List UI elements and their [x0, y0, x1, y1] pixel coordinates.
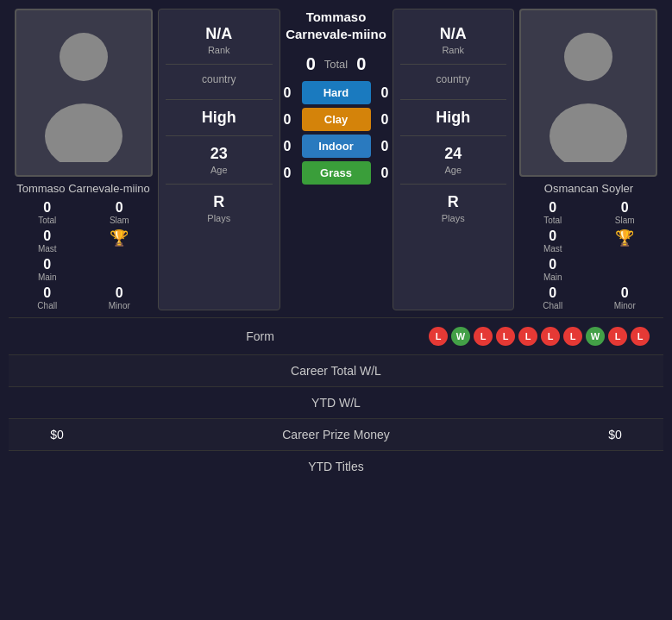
grass-row: 0 Grass 0: [280, 161, 393, 185]
right-slam-value: 0: [621, 200, 629, 216]
left-chall-label: Chall: [37, 301, 57, 310]
form-badge-l: L: [631, 327, 650, 346]
form-badge-w: W: [586, 327, 605, 346]
left-country-row: country: [166, 65, 272, 100]
right-rank-row: N/A Rank: [400, 16, 506, 65]
left-chall-minor: 0 Chall 0 Minor: [9, 285, 158, 310]
right-player-name: Osmancan Soyler: [544, 182, 633, 195]
right-country-text: country: [436, 73, 470, 85]
form-badge-l: L: [518, 327, 537, 346]
right-minor-stat: 0 Minor: [590, 285, 659, 310]
hard-row: 0 Hard 0: [280, 81, 393, 104]
bottom-rows: Form LWLLLLLWLL Career Total W/L YTD W/L…: [9, 317, 663, 482]
center-column: Tommaso Carnevale-miino 0 Total 0 0 Hard…: [280, 9, 393, 310]
right-chall-minor: 0 Chall 0 Minor: [514, 285, 663, 310]
left-age-row: 23 Age: [166, 136, 272, 185]
left-age-value: 23: [210, 145, 228, 163]
indoor-row: 0 Indoor 0: [280, 135, 393, 158]
left-high-row: High: [166, 100, 272, 136]
right-plays-row: R Plays: [400, 185, 506, 232]
left-slam-label: Slam: [110, 216, 129, 225]
form-row: Form LWLLLLLWLL: [9, 317, 663, 354]
grass-left-score: 0: [280, 166, 295, 181]
right-chall-value: 0: [549, 285, 556, 301]
clay-left-score: 0: [280, 112, 295, 128]
hard-button[interactable]: Hard: [302, 81, 371, 104]
svg-point-1: [45, 103, 122, 162]
right-high-row: High: [400, 100, 506, 136]
career-wl-row: Career Total W/L: [9, 354, 663, 386]
clay-right-score: 0: [378, 112, 393, 128]
right-main-label: Main: [543, 272, 562, 282]
right-player-card: Osmancan Soyler 0 Total 0 Slam 0 Mast 🏆: [514, 9, 663, 310]
left-minor-stat: 0 Minor: [85, 285, 154, 310]
left-trophy-icon: 🏆: [110, 229, 129, 247]
right-minor-value: 0: [621, 285, 629, 301]
form-badge-l: L: [563, 327, 582, 346]
left-mast-value: 0: [43, 229, 51, 244]
prize-left: $0: [22, 428, 91, 442]
ytd-titles-label: YTD Titles: [91, 460, 581, 473]
prize-right: $0: [581, 428, 650, 442]
left-mast-label: Mast: [38, 244, 57, 254]
left-slam-value: 0: [116, 200, 123, 216]
hard-right-score: 0: [378, 85, 393, 101]
right-slam-stat: 0 Slam: [590, 200, 659, 225]
left-age-label: Age: [210, 165, 228, 175]
left-player-stats: 0 Total 0 Slam: [9, 200, 158, 225]
right-age-value: 24: [444, 145, 462, 163]
hard-left-score: 0: [280, 85, 295, 101]
left-rank-value: N/A: [205, 25, 232, 43]
right-player-stats: 0 Total 0 Slam: [514, 200, 663, 225]
comparison-section: Tommaso Carnevale-miino 0 Total 0 Slam 0…: [9, 9, 663, 310]
prize-row: $0 Career Prize Money $0: [9, 418, 663, 450]
left-minor-label: Minor: [109, 301, 130, 310]
grass-right-score: 0: [378, 166, 393, 181]
right-rank-label: Rank: [442, 45, 464, 55]
clay-button[interactable]: Clay: [302, 108, 371, 131]
indoor-button[interactable]: Indoor: [302, 135, 371, 158]
indoor-right-score: 0: [378, 139, 393, 154]
left-total-value: 0: [43, 200, 51, 216]
left-rank-label: Rank: [208, 45, 230, 55]
right-trophy-icon: 🏆: [615, 229, 634, 247]
right-country-row: country: [400, 65, 506, 100]
left-high-value: High: [202, 109, 236, 127]
left-main-stat: 0 Main: [13, 257, 82, 282]
right-mast-value: 0: [549, 229, 556, 244]
right-detail-card: N/A Rank country High 24 Age R Plays: [393, 9, 514, 310]
form-badge-w: W: [451, 327, 470, 346]
left-plays-label: Plays: [207, 213, 230, 223]
right-main-value: 0: [549, 257, 556, 272]
left-minor-value: 0: [116, 285, 123, 301]
right-rank-value: N/A: [440, 25, 467, 43]
indoor-left-score: 0: [280, 139, 295, 154]
right-total-label: Total: [543, 216, 562, 225]
svg-point-0: [60, 33, 108, 81]
form-label: Form: [91, 329, 429, 343]
right-total-score: 0: [356, 54, 366, 74]
left-main-value: 0: [43, 257, 51, 272]
right-plays-label: Plays: [442, 213, 465, 223]
right-main-stat: 0 Main: [518, 257, 587, 282]
left-chall-stat: 0 Chall: [13, 285, 82, 310]
left-total-score: 0: [306, 54, 316, 74]
left-player-name: Tommaso Carnevale-miino: [16, 182, 150, 195]
left-main-label: Main: [38, 272, 57, 282]
right-plays-value: R: [448, 193, 459, 211]
total-header: 0 Total 0: [306, 46, 367, 74]
grass-button[interactable]: Grass: [302, 161, 371, 185]
svg-point-3: [550, 103, 627, 162]
right-chall-label: Chall: [543, 301, 562, 310]
left-center-name: Tommaso Carnevale-miino: [280, 9, 393, 42]
ytd-wl-row: YTD W/L: [9, 386, 663, 418]
left-detail-card: N/A Rank country High 23 Age R Plays: [158, 9, 279, 310]
left-chall-value: 0: [43, 285, 51, 301]
right-chall-stat: 0 Chall: [518, 285, 587, 310]
prize-label: Career Prize Money: [91, 428, 581, 442]
right-minor-label: Minor: [614, 301, 636, 310]
left-mast-stat: 0 Mast: [13, 229, 82, 254]
clay-row: 0 Clay 0: [280, 108, 393, 131]
right-age-label: Age: [444, 165, 462, 175]
form-badge-l: L: [496, 327, 515, 346]
